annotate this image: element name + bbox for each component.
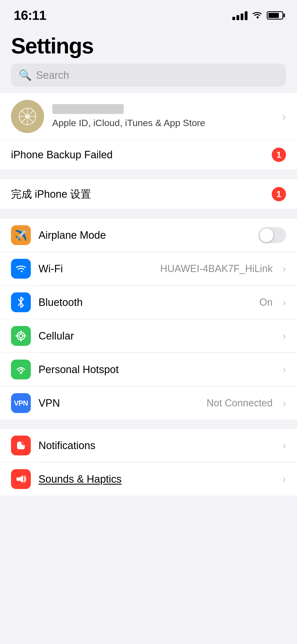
svg-text:!: ! (23, 442, 23, 445)
page-title-area: Settings (0, 26, 297, 64)
bluetooth-label: Bluetooth (38, 297, 252, 308)
search-container: 🔍 Search (0, 64, 297, 93)
svg-rect-17 (16, 477, 20, 481)
sounds-icon (11, 469, 31, 489)
gap-3 (0, 420, 297, 429)
bluetooth-row[interactable]: Bluetooth On › (0, 286, 297, 319)
setup-alert-label: 完成 iPhone 设置 (11, 187, 91, 201)
status-time: 16:11 (14, 8, 46, 23)
profile-section: Apple ID, iCloud, iTunes & App Store › (0, 93, 297, 140)
search-bar[interactable]: 🔍 Search (11, 64, 286, 87)
svg-point-15 (21, 441, 26, 445)
search-icon: 🔍 (19, 69, 32, 81)
status-icons (232, 11, 283, 20)
bluetooth-chevron: › (282, 297, 286, 308)
search-placeholder: Search (36, 69, 69, 81)
profile-info: Apple ID, iCloud, iTunes & App Store (52, 104, 274, 129)
setup-alert-section: 完成 iPhone 设置 1 (0, 179, 297, 209)
wifi-chevron: › (282, 263, 286, 275)
notifications-section: ! Notifications › Sounds & Haptics › (0, 429, 297, 496)
sounds-row[interactable]: Sounds & Haptics › (0, 463, 297, 496)
hotspot-icon (11, 360, 31, 379)
airplane-icon: ✈️ (11, 225, 31, 245)
wifi-icon (11, 259, 31, 279)
hotspot-chevron: › (282, 364, 286, 376)
notifications-row[interactable]: ! Notifications › (0, 429, 297, 462)
backup-alert-row[interactable]: iPhone Backup Failed 1 (0, 140, 297, 170)
wifi-status-icon (252, 11, 262, 20)
vpn-value: Not Connected (207, 397, 273, 409)
backup-alert-section: iPhone Backup Failed 1 (0, 140, 297, 170)
airplane-toggle[interactable] (258, 227, 286, 243)
cellular-label: Cellular (38, 330, 275, 342)
wifi-label: Wi-Fi (38, 263, 153, 275)
setup-alert-row[interactable]: 完成 iPhone 设置 1 (0, 179, 297, 209)
sounds-chevron: › (282, 473, 286, 485)
vpn-icon: VPN (11, 393, 31, 413)
notifications-chevron: › (282, 440, 286, 452)
vpn-chevron: › (282, 397, 286, 409)
wifi-value: HUAWEI-4BAK7F_HiLink (160, 263, 273, 275)
status-bar: 16:11 (0, 0, 297, 26)
profile-chevron: › (282, 110, 286, 123)
sounds-label: Sounds & Haptics (38, 473, 275, 485)
bluetooth-icon (11, 292, 31, 312)
backup-badge: 1 (272, 148, 286, 162)
connectivity-section: ✈️ Airplane Mode Wi-Fi HUAWEI-4BAK7F_HiL… (0, 219, 297, 420)
profile-sub-label: Apple ID, iCloud, iTunes & App Store (52, 117, 274, 129)
signal-icon (232, 11, 248, 20)
vpn-row[interactable]: VPN VPN Not Connected › (0, 387, 297, 420)
setup-badge: 1 (272, 187, 286, 201)
airplane-label: Airplane Mode (38, 229, 251, 241)
cellular-icon (11, 326, 31, 346)
backup-alert-label: iPhone Backup Failed (11, 149, 113, 161)
svg-point-13 (20, 372, 22, 374)
cellular-row[interactable]: Cellular › (0, 319, 297, 353)
profile-row[interactable]: Apple ID, iCloud, iTunes & App Store › (0, 93, 297, 140)
hotspot-label: Personal Hotspot (38, 364, 275, 376)
profile-name-blurred (52, 104, 124, 114)
cellular-chevron: › (282, 330, 286, 342)
page-title: Settings (11, 34, 286, 58)
svg-point-6 (25, 114, 30, 119)
wifi-row[interactable]: Wi-Fi HUAWEI-4BAK7F_HiLink › (0, 252, 297, 286)
vpn-label: VPN (38, 397, 199, 409)
hotspot-row[interactable]: Personal Hotspot › (0, 353, 297, 386)
svg-point-8 (19, 334, 23, 338)
battery-icon (267, 11, 283, 20)
airplane-mode-row[interactable]: ✈️ Airplane Mode (0, 219, 297, 252)
notifications-icon: ! (11, 436, 31, 455)
bluetooth-value: On (259, 297, 273, 308)
gap-2 (0, 209, 297, 219)
notifications-label: Notifications (38, 440, 275, 452)
gap-1 (0, 170, 297, 179)
avatar (11, 100, 44, 133)
